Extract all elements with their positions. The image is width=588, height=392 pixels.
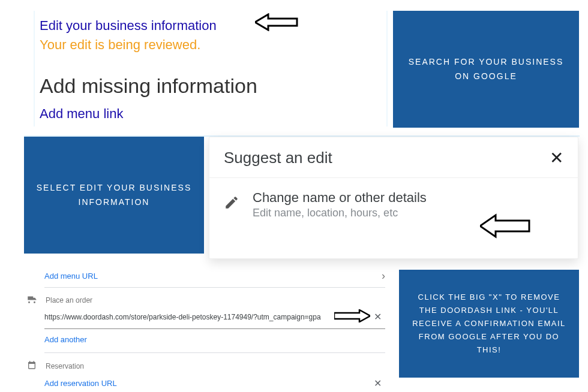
review-status: Your edit is being reviewed. bbox=[40, 37, 386, 53]
truck-icon bbox=[25, 295, 38, 305]
add-menu-link[interactable]: Add menu link bbox=[40, 106, 123, 121]
add-reservation-link[interactable]: Add reservation URL bbox=[44, 379, 117, 388]
add-another-row[interactable]: Add another bbox=[25, 329, 385, 348]
annotation-search: SEARCH FOR YOUR BUSINESS ON GOOGLE bbox=[393, 11, 579, 128]
pencil-icon bbox=[224, 195, 239, 213]
annotation-click-text: CLICK THE BIG "X" TO REMOVE THE DOORDASH… bbox=[411, 291, 567, 357]
place-order-label: Place an order bbox=[46, 296, 92, 304]
add-menu-url-link[interactable]: Add menu URL bbox=[44, 272, 98, 281]
edit-business-link[interactable]: Edit your business information bbox=[40, 18, 217, 33]
suggest-title: Suggest an edit bbox=[224, 149, 332, 167]
chevron-right-icon: › bbox=[382, 270, 385, 282]
place-order-row: Place an order bbox=[25, 288, 385, 309]
reservation-row: Reservation bbox=[25, 353, 385, 375]
add-reservation-row[interactable]: Add reservation URL ✕ bbox=[25, 375, 385, 391]
arrow-left-icon bbox=[255, 13, 298, 31]
reservation-label: Reservation bbox=[46, 362, 84, 370]
calendar-icon bbox=[25, 360, 38, 372]
annotation-select: SELECT EDIT YOUR BUSINESS INFORMATION bbox=[24, 137, 204, 254]
change-name-title: Change name or other details bbox=[253, 189, 427, 207]
arrow-left-icon bbox=[480, 213, 530, 239]
close-icon[interactable]: ✕ bbox=[550, 148, 563, 168]
suggest-header: Suggest an edit ✕ bbox=[209, 137, 578, 178]
suggest-edit-panel: Suggest an edit ✕ Change name or other d… bbox=[209, 137, 578, 259]
add-missing-heading: Add missing information bbox=[40, 74, 386, 98]
order-url-value[interactable]: https://www.doordash.com/store/parkside-… bbox=[44, 313, 321, 321]
annotation-click: CLICK THE BIG "X" TO REMOVE THE DOORDASH… bbox=[399, 270, 579, 378]
remove-url-icon[interactable]: ✕ bbox=[370, 378, 385, 389]
annotation-select-text: SELECT EDIT YOUR BUSINESS INFORMATION bbox=[36, 181, 192, 210]
url-edit-panel: Add menu URL › Place an order https://ww… bbox=[25, 266, 385, 391]
business-info-panel: Edit your business information Your edit… bbox=[34, 11, 388, 126]
arrow-right-icon bbox=[334, 309, 370, 322]
add-menu-url-row[interactable]: Add menu URL › bbox=[25, 266, 385, 286]
change-name-subtitle: Edit name, location, hours, etc bbox=[253, 207, 427, 219]
svg-marker-2 bbox=[334, 310, 370, 322]
add-another-link[interactable]: Add another bbox=[44, 335, 87, 344]
remove-url-icon[interactable]: ✕ bbox=[370, 311, 385, 322]
svg-marker-0 bbox=[255, 14, 297, 30]
annotation-search-text: SEARCH FOR YOUR BUSINESS ON GOOGLE bbox=[405, 55, 567, 84]
svg-marker-1 bbox=[480, 215, 529, 237]
order-url-row: https://www.doordash.com/store/parkside-… bbox=[25, 309, 385, 325]
